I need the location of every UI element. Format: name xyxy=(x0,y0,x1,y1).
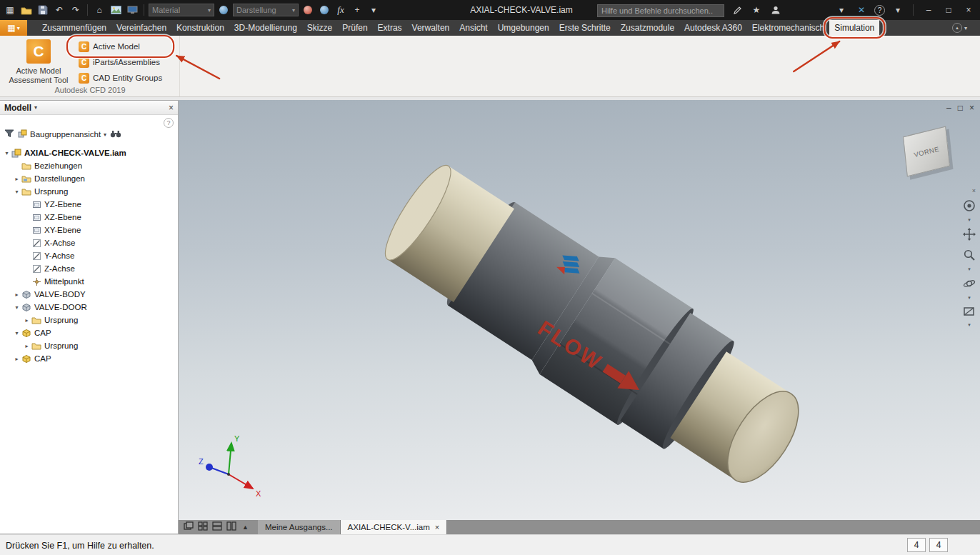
tab-konstruktion[interactable]: Konstruktion xyxy=(171,20,229,36)
tab-elektromechanisch[interactable]: Elektromechanisch xyxy=(747,20,829,36)
tree-item-cap[interactable]: ▸CAP xyxy=(0,352,178,365)
parameters-fx-icon[interactable]: fx xyxy=(334,3,348,17)
pan-hand-icon[interactable] xyxy=(963,228,976,244)
tree-item-cap[interactable]: ▾CAP xyxy=(0,326,178,339)
doc-minimize-icon[interactable]: – xyxy=(946,103,951,113)
browser-help-icon[interactable]: ? xyxy=(164,118,174,128)
pen-icon[interactable] xyxy=(730,3,744,17)
cad-entity-groups-button[interactable]: CCAD Entity Groups xyxy=(74,70,166,86)
tree-item-x-achse[interactable]: X-Achse xyxy=(0,236,178,249)
tab-erste-schritte[interactable]: Erste Schritte xyxy=(554,20,616,36)
chevron-down-icon[interactable]: ▾ xyxy=(834,3,849,17)
tab-umgebungen[interactable]: Umgebungen xyxy=(493,20,554,36)
render-icon[interactable] xyxy=(109,3,123,17)
navigation-wheel-icon[interactable] xyxy=(963,199,976,215)
tree-item-beziehungen[interactable]: Beziehungen xyxy=(0,159,178,172)
customize-chevron-icon[interactable]: ▾ xyxy=(366,3,381,17)
sign-in-person-icon[interactable] xyxy=(769,3,783,17)
tab-vereinfachen[interactable]: Vereinfachen xyxy=(111,20,171,36)
material-dropdown[interactable]: Material ▾ xyxy=(149,4,214,16)
tab-extras[interactable]: Extras xyxy=(373,20,407,36)
favorites-star-icon[interactable]: ★ xyxy=(749,3,764,17)
tab-verwalten[interactable]: Verwalten xyxy=(407,20,455,36)
chevron-down-icon[interactable]: ▾ xyxy=(34,104,37,111)
view-mode-selector[interactable]: Baugruppenansicht ▾ xyxy=(18,128,106,141)
expand-up-icon[interactable]: ▲ xyxy=(242,524,249,531)
tab-simulation[interactable]: Simulation xyxy=(829,20,879,36)
help-search-input[interactable] xyxy=(597,4,724,17)
chevron-down-icon[interactable]: ▾ xyxy=(968,266,971,272)
close-icon[interactable]: × xyxy=(961,3,976,17)
expander-icon[interactable]: ▸ xyxy=(13,356,21,362)
filter-funnel-icon[interactable] xyxy=(4,128,14,141)
zoom-icon[interactable] xyxy=(963,249,976,264)
tree-item-axial-check-valve-iam[interactable]: ▾AXIAL-CHECK-VALVE.iam xyxy=(0,146,178,159)
restore-icon[interactable]: □ xyxy=(941,3,956,17)
expander-icon[interactable]: ▾ xyxy=(13,189,21,195)
tree-item-y-achse[interactable]: Y-Achse xyxy=(0,249,178,262)
chevron-down-icon[interactable]: ▾ xyxy=(968,322,971,328)
active-model-button[interactable]: CActive Model xyxy=(74,39,166,54)
document-tab-axial-check-v-iam[interactable]: AXIAL-CHECK-V...iam× xyxy=(341,520,448,534)
session-x-icon[interactable]: ✕ xyxy=(854,3,869,17)
open-icon[interactable] xyxy=(19,3,34,17)
tab-autodesk-a360[interactable]: Autodesk A360 xyxy=(679,20,747,36)
valve-3d-model[interactable]: FLOW xyxy=(179,100,980,520)
minimize-icon[interactable]: – xyxy=(921,3,936,17)
tree-item-ursprung[interactable]: ▾Ursprung xyxy=(0,185,178,198)
tab-zusammenf-gen[interactable]: Zusammenfügen xyxy=(37,20,111,36)
tab-zusatzmodule[interactable]: Zusatzmodule xyxy=(616,20,679,36)
close-icon[interactable]: × xyxy=(435,523,439,531)
ribbon-collapse-control[interactable]: ▴ ▾ xyxy=(952,23,967,33)
chevron-down-icon[interactable]: ▾ xyxy=(968,295,971,301)
look-at-icon[interactable] xyxy=(963,306,976,320)
tab-pr-fen[interactable]: Prüfen xyxy=(337,20,372,36)
help-icon[interactable]: ? xyxy=(874,5,885,16)
expander-icon[interactable]: ▾ xyxy=(13,304,21,311)
tile-grid-icon[interactable] xyxy=(198,521,208,534)
tree-item-mittelpunkt[interactable]: Mittelpunkt xyxy=(0,275,178,288)
adjust-blue-sphere-icon[interactable] xyxy=(317,3,331,17)
tab-skizze[interactable]: Skizze xyxy=(302,20,337,36)
chevron-down-icon[interactable]: ▾ xyxy=(968,217,971,223)
tree-item-xz-ebene[interactable]: XZ-Ebene xyxy=(0,211,178,224)
navbar-close-icon[interactable]: × xyxy=(972,187,976,194)
orbit-icon[interactable] xyxy=(963,277,976,293)
tree-item-yz-ebene[interactable]: YZ-Ebene xyxy=(0,198,178,211)
expander-icon[interactable]: ▸ xyxy=(23,317,31,324)
find-binoculars-icon[interactable] xyxy=(110,128,121,141)
file-menu-button[interactable]: ▦ ▾ xyxy=(0,20,27,36)
expander-icon[interactable]: ▾ xyxy=(3,150,11,156)
tree-item-valve-body[interactable]: ▸VALVE-BODY xyxy=(0,288,178,301)
tile-vertical-icon[interactable] xyxy=(226,521,236,534)
cascade-windows-icon[interactable] xyxy=(184,521,194,534)
expander-icon[interactable]: ▸ xyxy=(13,291,21,298)
redo-icon[interactable]: ↷ xyxy=(69,3,83,17)
expander-icon[interactable]: ▸ xyxy=(13,176,21,182)
tree-item-z-achse[interactable]: Z-Achse xyxy=(0,262,178,275)
undo-icon[interactable]: ↶ xyxy=(52,3,66,17)
tree-item-ursprung[interactable]: ▸Ursprung xyxy=(0,314,178,326)
appearance-dropdown[interactable]: Darstellung ▾ xyxy=(233,4,299,16)
adjust-red-sphere-icon[interactable] xyxy=(301,3,315,17)
doc-restore-icon[interactable]: □ xyxy=(958,103,963,113)
tree-item-valve-door[interactable]: ▾VALVE-DOOR xyxy=(0,301,178,314)
3d-viewport[interactable]: – □ × xyxy=(179,100,980,520)
close-icon[interactable]: × xyxy=(169,103,174,113)
tab-3d-modellierung[interactable]: 3D-Modellierung xyxy=(229,20,302,36)
home-icon[interactable]: ⌂ xyxy=(92,3,106,17)
app-menu-icon[interactable]: ▦ xyxy=(3,3,17,17)
help-chevron-icon[interactable]: ▾ xyxy=(891,3,905,17)
save-icon[interactable] xyxy=(36,3,50,17)
tree-item-darstellungen[interactable]: ▸Darstellungen xyxy=(0,172,178,185)
tab-ansicht[interactable]: Ansicht xyxy=(454,20,492,36)
tile-horizontal-icon[interactable] xyxy=(212,521,222,534)
screen-icon[interactable] xyxy=(125,3,139,17)
active-model-assessment-tool-button[interactable]: C Active Model Assessment Tool xyxy=(6,38,71,85)
document-tab-meine-ausgangs[interactable]: Meine Ausgangs... xyxy=(258,520,341,534)
doc-close-icon[interactable]: × xyxy=(969,103,974,113)
tree-item-ursprung[interactable]: ▸Ursprung xyxy=(0,339,178,352)
expander-icon[interactable]: ▾ xyxy=(13,330,21,336)
iparts-iassemblies-button[interactable]: CiParts/iAssemblies xyxy=(74,54,166,70)
tree-item-xy-ebene[interactable]: XY-Ebene xyxy=(0,224,178,236)
